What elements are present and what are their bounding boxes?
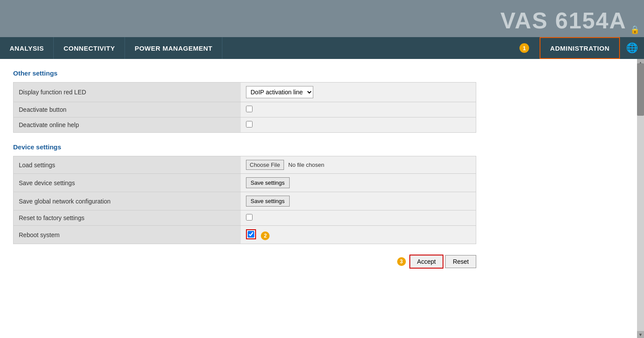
nav-globe-icon[interactable]: 🌐 [620, 37, 644, 59]
save-network-label: Save global network configuration [14, 192, 241, 210]
load-settings-label: Load settings [14, 156, 241, 174]
save-device-value[interactable]: Save settings [241, 174, 476, 192]
reset-factory-value[interactable] [241, 210, 476, 226]
save-device-label: Save device settings [14, 174, 241, 192]
app-title: VAS 6154A [500, 7, 627, 34]
deactivate-button-value[interactable] [241, 102, 476, 117]
reboot-badge: 2 [261, 231, 270, 240]
no-file-text: No file chosen [288, 162, 324, 168]
scrollbar-track: ▲ ▼ [637, 59, 644, 338]
notification-badge: 1 [519, 43, 529, 53]
nav-spacer [222, 37, 512, 59]
nav-item-analysis[interactable]: ANALYSIS [0, 37, 54, 59]
device-settings-title: Device settings [13, 143, 624, 151]
table-row: Display function red LED DoIP activation… [14, 83, 476, 102]
lock-icon: 🔒 [630, 25, 640, 34]
reboot-value: 2 [241, 226, 476, 244]
display-led-label: Display function red LED [14, 83, 241, 102]
reboot-row: Reboot system 2 [14, 226, 476, 244]
nav-item-administration[interactable]: ADMINISTRATION [540, 37, 620, 59]
navbar: ANALYSIS CONNECTIVITY POWER MANAGEMENT 1… [0, 37, 644, 59]
accept-badge: 3 [397, 257, 406, 266]
content-wrapper: Other settings Display function red LED … [0, 59, 644, 338]
other-settings-table: Display function red LED DoIP activation… [13, 82, 476, 133]
other-settings-title: Other settings [13, 69, 624, 77]
display-led-value[interactable]: DoIP activation line Other [241, 83, 476, 102]
deactivate-button-label: Deactivate button [14, 102, 241, 117]
display-led-select[interactable]: DoIP activation line Other [246, 86, 313, 98]
reboot-label: Reboot system [14, 226, 241, 244]
table-row: Save global network configuration Save s… [14, 192, 476, 210]
deactivate-help-value[interactable] [241, 117, 476, 133]
accept-button[interactable]: Accept [409, 255, 444, 269]
header-top: VAS 6154A 🔒 [0, 0, 644, 37]
nav-item-connectivity[interactable]: CONNECTIVITY [54, 37, 125, 59]
scrollbar-thumb[interactable] [637, 63, 644, 116]
deactivate-help-checkbox[interactable] [246, 121, 253, 128]
nav-badge-area: 1 [512, 37, 540, 59]
reset-factory-checkbox[interactable] [246, 214, 253, 221]
deactivate-button-checkbox[interactable] [246, 106, 253, 112]
device-settings-table: Load settings Choose File No file chosen… [13, 156, 476, 244]
table-row: Load settings Choose File No file chosen [14, 156, 476, 174]
nav-item-power-management[interactable]: POWER MANAGEMENT [125, 37, 222, 59]
reset-button[interactable]: Reset [445, 255, 476, 268]
deactivate-help-label: Deactivate online help [14, 117, 241, 133]
save-device-button[interactable]: Save settings [246, 177, 290, 188]
choose-file-button[interactable]: Choose File [246, 160, 284, 170]
table-row: Deactivate button [14, 102, 476, 117]
main-content: Other settings Display function red LED … [0, 59, 637, 338]
scroll-down-arrow[interactable]: ▼ [637, 331, 644, 338]
table-row: Deactivate online help [14, 117, 476, 133]
reset-factory-label: Reset to factory settings [14, 210, 241, 226]
bottom-actions: 3 Accept Reset [13, 255, 476, 269]
reboot-checkbox-wrapper [246, 229, 256, 239]
table-row: Save device settings Save settings [14, 174, 476, 192]
save-network-value[interactable]: Save settings [241, 192, 476, 210]
save-network-button[interactable]: Save settings [246, 196, 290, 207]
reboot-checkbox[interactable] [248, 231, 254, 238]
table-row: Reset to factory settings [14, 210, 476, 226]
load-settings-value: Choose File No file chosen [241, 156, 476, 174]
